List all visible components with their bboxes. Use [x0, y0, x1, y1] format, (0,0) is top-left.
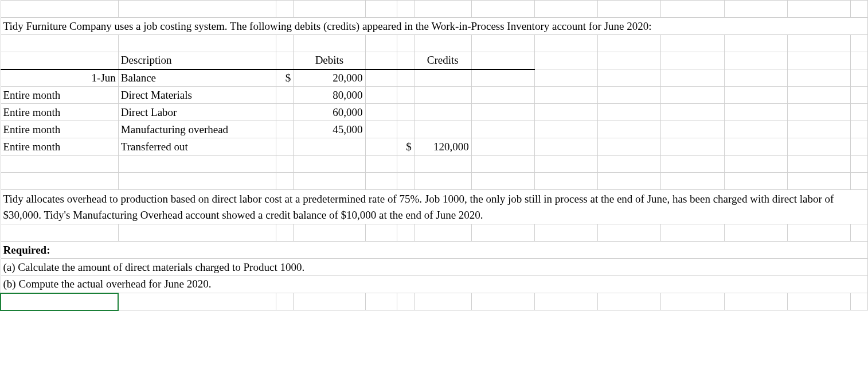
cell-debit-sym[interactable] [276, 104, 294, 121]
table-row: Required: [1, 242, 868, 259]
cell-debit-sym[interactable] [276, 138, 294, 156]
table-row: Tidy Furniture Company uses a job costin… [1, 18, 868, 35]
cell-desc[interactable]: Direct Labor [118, 104, 276, 121]
required-label: Required: [1, 242, 868, 259]
cell-debit-sym[interactable] [276, 87, 294, 104]
table-row [1, 224, 868, 242]
table-row: Entire month Manufacturing overhead 45,0… [1, 121, 868, 138]
cell-credit[interactable] [414, 87, 471, 104]
col-header-credits: Credits [414, 52, 471, 69]
cell-debit-sym[interactable] [276, 121, 294, 138]
cell-debit[interactable]: 80,000 [294, 87, 365, 104]
table-row: (b) Compute the actual overhead for June… [1, 276, 868, 293]
paragraph-2: Tidy allocates overhead to production ba… [1, 190, 868, 224]
cell-desc[interactable]: Transferred out [118, 138, 276, 156]
cell-debit[interactable] [294, 138, 365, 156]
table-row [1, 173, 868, 190]
table-row [1, 1, 868, 18]
requirement-b: (b) Compute the actual overhead for June… [1, 276, 868, 293]
cell-date[interactable]: Entire month [1, 138, 118, 156]
cell-credit[interactable] [414, 69, 471, 87]
cell-debit[interactable]: 20,000 [294, 69, 365, 87]
spreadsheet-grid[interactable]: Tidy Furniture Company uses a job costin… [0, 0, 868, 311]
cell-credit-sym[interactable]: $ [397, 138, 414, 156]
col-header-description: Description [118, 52, 276, 69]
cell-credit[interactable]: 120,000 [414, 138, 471, 156]
table-row [1, 35, 868, 52]
cell-debit-sym[interactable]: $ [276, 69, 294, 87]
table-row: Entire month Direct Labor 60,000 [1, 104, 868, 121]
table-row: Description Debits Credits [1, 52, 868, 69]
requirement-a: (a) Calculate the amount of direct mater… [1, 259, 868, 276]
cell-desc[interactable]: Direct Materials [118, 87, 276, 104]
cell-date[interactable]: 1-Jun [1, 69, 118, 87]
cell-desc[interactable]: Balance [118, 69, 276, 87]
cell-date[interactable]: Entire month [1, 121, 118, 138]
table-row: 1-Jun Balance $ 20,000 [1, 69, 868, 87]
cell-date[interactable]: Entire month [1, 104, 118, 121]
intro-text: Tidy Furniture Company uses a job costin… [1, 18, 868, 35]
cell-credit-sym[interactable] [397, 69, 414, 87]
table-row: Entire month Direct Materials 80,000 [1, 87, 868, 104]
cell-credit[interactable] [414, 121, 471, 138]
table-row: (a) Calculate the amount of direct mater… [1, 259, 868, 276]
cell-credit-sym[interactable] [397, 87, 414, 104]
cell-desc[interactable]: Manufacturing overhead [118, 121, 276, 138]
table-row: Entire month Transferred out $ 120,000 [1, 138, 868, 156]
cell-credit-sym[interactable] [397, 104, 414, 121]
cell-debit[interactable]: 60,000 [294, 104, 365, 121]
table-row [1, 156, 868, 173]
table-row [1, 293, 868, 310]
cell-debit[interactable]: 45,000 [294, 121, 365, 138]
cell-credit-sym[interactable] [397, 121, 414, 138]
table-row: Tidy allocates overhead to production ba… [1, 190, 868, 224]
col-header-debits: Debits [294, 52, 365, 69]
cell-date[interactable]: Entire month [1, 87, 118, 104]
active-cell[interactable] [1, 293, 118, 310]
cell-credit[interactable] [414, 104, 471, 121]
